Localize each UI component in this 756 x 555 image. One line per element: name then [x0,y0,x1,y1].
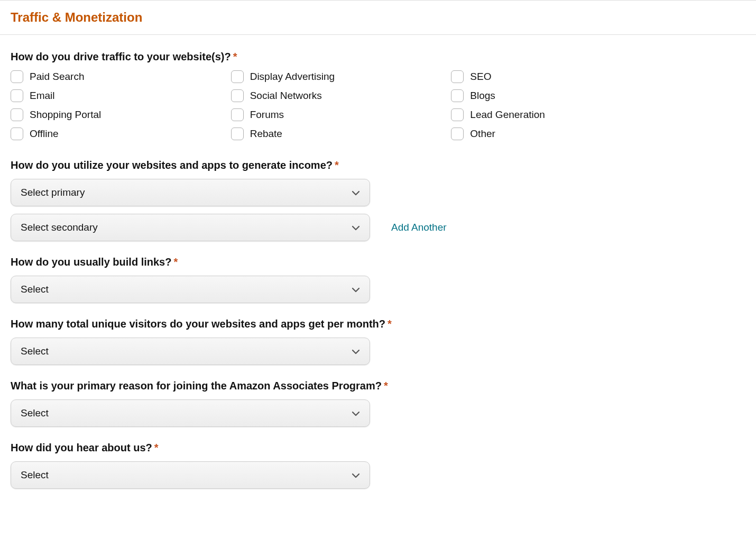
build-links-question-label: How do you usually build links?* [11,256,745,268]
hear-row: Select [11,461,745,489]
checkbox-input[interactable] [451,89,464,102]
checkbox-input[interactable] [11,70,23,83]
question-text: What is your primary reason for joining … [11,380,382,392]
select-value: Select secondary [21,222,98,233]
required-marker: * [173,256,178,268]
checkbox-label: Shopping Portal [30,109,101,121]
select-value: Select [21,345,49,357]
select-value: Select [21,469,49,481]
visitors-row: Select [11,338,745,365]
checkbox-offline[interactable]: Offline [11,128,231,140]
checkbox-seo[interactable]: SEO [451,70,671,83]
required-marker: * [388,318,392,330]
traffic-checkbox-grid: Paid Search Display Advertising SEO Emai… [11,70,671,140]
visitors-select[interactable]: Select [11,338,370,365]
checkbox-label: Other [470,128,495,140]
add-another-link[interactable]: Add Another [391,222,447,233]
checkbox-input[interactable] [231,70,244,83]
checkbox-label: Rebate [250,128,282,140]
visitors-question-label: How many total unique visitors do your w… [11,318,745,330]
checkbox-input[interactable] [11,128,23,140]
checkbox-label: Forums [250,109,284,121]
checkbox-label: Lead Generation [470,109,545,121]
checkbox-email[interactable]: Email [11,89,231,102]
select-value: Select primary [21,187,85,198]
select-value: Select [21,407,49,419]
checkbox-shopping-portal[interactable]: Shopping Portal [11,108,231,121]
checkbox-input[interactable] [451,70,464,83]
checkbox-label: Offline [30,128,59,140]
checkbox-lead-generation[interactable]: Lead Generation [451,108,671,121]
required-marker: * [335,159,339,171]
chevron-down-icon [352,409,360,417]
checkbox-label: Paid Search [30,71,85,83]
checkbox-input[interactable] [11,108,23,121]
visitors-field: How many total unique visitors do your w… [11,318,745,365]
checkbox-input[interactable] [231,128,244,140]
question-text: How do you drive traffic to your website… [11,51,231,62]
checkbox-label: Social Networks [250,90,322,102]
income-secondary-row: Select secondary Add Another [11,214,745,241]
hear-select[interactable]: Select [11,461,370,489]
reason-field: What is your primary reason for joining … [11,380,745,427]
income-secondary-select[interactable]: Select secondary [11,214,370,241]
build-links-field: How do you usually build links?* Select [11,256,745,303]
checkbox-input[interactable] [11,89,23,102]
checkbox-display-advertising[interactable]: Display Advertising [231,70,451,83]
question-text: How many total unique visitors do your w… [11,318,385,330]
checkbox-social-networks[interactable]: Social Networks [231,89,451,102]
checkbox-blogs[interactable]: Blogs [451,89,671,102]
reason-select[interactable]: Select [11,399,370,427]
checkbox-label: Display Advertising [250,71,335,83]
build-links-row: Select [11,276,745,303]
required-marker: * [233,51,237,62]
checkbox-label: SEO [470,71,491,83]
checkbox-paid-search[interactable]: Paid Search [11,70,231,83]
hear-field: How did you hear about us?* Select [11,442,745,489]
reason-row: Select [11,399,745,427]
checkbox-other[interactable]: Other [451,128,671,140]
form-body: How do you drive traffic to your website… [0,35,756,525]
traffic-field: How do you drive traffic to your website… [11,51,745,140]
income-question-label: How do you utilize your websites and app… [11,159,745,171]
section-title: Traffic & Monetization [11,10,745,25]
required-marker: * [154,442,159,453]
chevron-down-icon [352,347,360,356]
required-marker: * [384,380,388,392]
reason-question-label: What is your primary reason for joining … [11,380,745,392]
checkbox-input[interactable] [451,128,464,140]
income-primary-row: Select primary [11,179,745,206]
question-text: How do you usually build links? [11,256,171,268]
checkbox-rebate[interactable]: Rebate [231,128,451,140]
checkbox-label: Email [30,90,55,102]
hear-question-label: How did you hear about us?* [11,442,745,454]
checkbox-input[interactable] [231,108,244,121]
checkbox-input[interactable] [451,108,464,121]
build-links-select[interactable]: Select [11,276,370,303]
question-text: How did you hear about us? [11,442,152,453]
checkbox-forums[interactable]: Forums [231,108,451,121]
chevron-down-icon [352,285,360,294]
income-field: How do you utilize your websites and app… [11,159,745,241]
checkbox-label: Blogs [470,90,495,102]
checkbox-input[interactable] [231,89,244,102]
chevron-down-icon [352,223,360,232]
question-text: How do you utilize your websites and app… [11,159,333,171]
chevron-down-icon [352,188,360,197]
select-value: Select [21,284,49,295]
chevron-down-icon [352,471,360,479]
income-primary-select[interactable]: Select primary [11,179,370,206]
section-header: Traffic & Monetization [0,0,756,35]
traffic-question-label: How do you drive traffic to your website… [11,51,745,63]
